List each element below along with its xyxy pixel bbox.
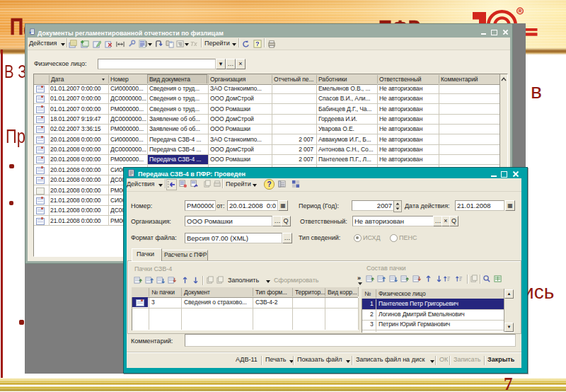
- svg-text:R: R: [519, 8, 522, 13]
- svg-text:?: ?: [255, 40, 259, 47]
- svg-text:Tx: Tx: [190, 40, 197, 47]
